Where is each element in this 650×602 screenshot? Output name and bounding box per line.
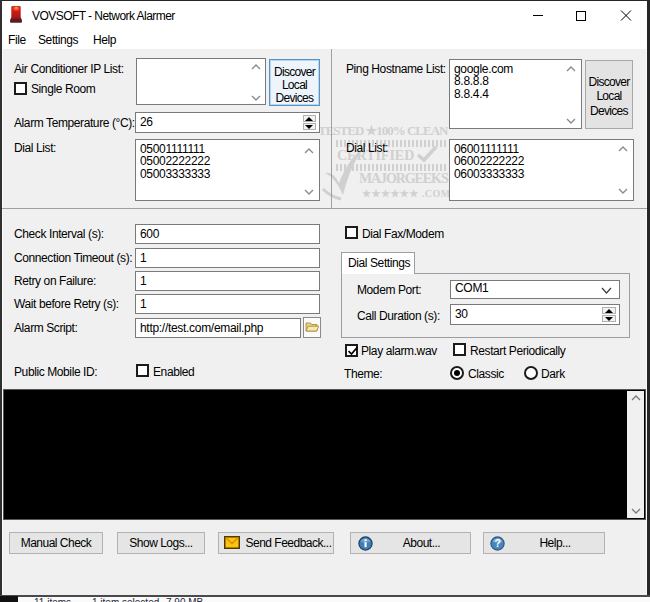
svg-text:?: ? <box>495 537 501 549</box>
